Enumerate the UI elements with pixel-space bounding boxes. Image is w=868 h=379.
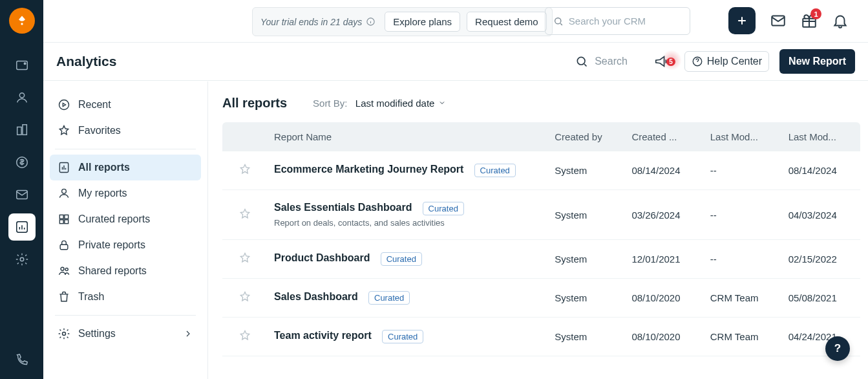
table-row[interactable]: Sales Essentials Dashboard Curated Repor… — [222, 190, 860, 240]
curated-tag: Curated — [423, 202, 464, 215]
curated-tag: Curated — [474, 164, 516, 177]
row-star[interactable] — [222, 279, 268, 318]
sidebar-item-label: Private reports — [78, 239, 145, 251]
help-center-button[interactable]: Help Center — [684, 51, 769, 72]
trial-text-label: Your trial ends in 21 days — [260, 17, 362, 27]
table-row[interactable]: Sales Dashboard Curated System 08/10/202… — [222, 279, 860, 318]
star-icon — [238, 290, 251, 303]
row-created-by: System — [548, 151, 625, 190]
sidebar-shared-reports[interactable]: Shared reports — [50, 258, 201, 284]
sort-value[interactable]: Last modified date — [355, 98, 447, 109]
svg-point-18 — [62, 189, 67, 193]
new-report-button[interactable]: New Report — [779, 49, 855, 74]
rail-accounts[interactable] — [8, 116, 36, 144]
report-icon — [58, 161, 70, 174]
row-modified-by: -- — [704, 240, 782, 279]
curated-tag: Curated — [381, 252, 422, 266]
sort-by[interactable]: Sort By: Last modified date — [313, 98, 446, 109]
search-icon — [553, 16, 564, 27]
row-modified-on: 08/14/2024 — [782, 151, 860, 190]
svg-rect-23 — [60, 244, 68, 250]
sidebar-settings[interactable]: Settings — [50, 321, 201, 347]
svg-rect-5 — [22, 125, 26, 135]
row-name-cell[interactable]: Sales Essentials Dashboard Curated Repor… — [268, 190, 548, 240]
sidebar-all-reports[interactable]: All reports — [50, 155, 201, 180]
trash-icon — [58, 290, 70, 303]
top-notifications[interactable] — [832, 12, 849, 29]
col-created-on[interactable]: Created ... — [625, 122, 703, 151]
rail-mail[interactable] — [8, 181, 36, 208]
rail-dashboard[interactable] — [8, 52, 36, 79]
row-star[interactable] — [222, 318, 268, 356]
col-name[interactable]: Report Name — [268, 122, 548, 151]
row-modified-by: CRM Team — [704, 279, 782, 318]
row-name-cell[interactable]: Ecommerce Marketing Journey Report Curat… — [268, 151, 548, 190]
svg-rect-21 — [59, 220, 63, 224]
sidebar-item-label: Curated reports — [78, 213, 150, 225]
sidebar-curated-reports[interactable]: Curated reports — [50, 206, 201, 232]
report-name: Team activity report — [274, 330, 372, 341]
trial-text: Your trial ends in 21 days — [258, 17, 378, 27]
gift-badge: 1 — [810, 8, 821, 19]
col-modified-by[interactable]: Last Mod... — [704, 122, 782, 151]
sidebar-my-reports[interactable]: My reports — [50, 180, 201, 206]
sidebar-recent[interactable]: Recent — [50, 92, 201, 118]
row-created-on: 03/26/2024 — [625, 190, 703, 240]
col-created-by[interactable]: Created by — [548, 122, 625, 151]
report-desc: Report on deals, contacts, and sales act… — [274, 218, 542, 228]
global-search-input[interactable] — [569, 16, 682, 27]
sidebar-item-label: Recent — [78, 99, 111, 111]
row-star[interactable] — [222, 151, 268, 190]
svg-point-2 — [24, 63, 26, 65]
search-icon — [575, 55, 588, 68]
row-name-cell[interactable]: Team activity report Curated — [268, 318, 548, 356]
question-circle-icon — [692, 56, 703, 67]
leaf-icon — [16, 14, 28, 27]
info-icon[interactable] — [366, 17, 376, 27]
top-gift[interactable]: 1 — [801, 12, 818, 29]
row-modified-on: 05/08/2021 — [782, 279, 860, 318]
app-logo[interactable] — [9, 8, 35, 34]
rail-analytics[interactable] — [8, 213, 36, 241]
sidebar-trash[interactable]: Trash — [50, 284, 201, 310]
svg-rect-19 — [59, 215, 63, 219]
svg-rect-7 — [16, 191, 27, 199]
sidebar-private-reports[interactable]: Private reports — [50, 232, 201, 258]
col-modified-on[interactable]: Last Mod... — [782, 122, 860, 151]
svg-point-0 — [21, 23, 23, 25]
table-row[interactable]: Product Dashboard Curated System 12/01/2… — [222, 240, 860, 279]
sidebar-item-label: Settings — [78, 328, 116, 340]
quick-add-button[interactable] — [728, 7, 756, 34]
row-star[interactable] — [222, 240, 268, 279]
rail-phone[interactable] — [8, 347, 36, 374]
row-name-cell[interactable]: Product Dashboard Curated — [268, 240, 548, 279]
svg-point-9 — [20, 257, 24, 261]
rail-deals[interactable] — [8, 149, 36, 176]
sort-value-label: Last modified date — [355, 98, 435, 109]
rail-contacts[interactable] — [8, 84, 36, 111]
rail-settings[interactable] — [8, 246, 36, 273]
sidebar-item-label: All reports — [78, 162, 130, 173]
table-row[interactable]: Team activity report Curated System 08/1… — [222, 318, 860, 356]
main-content: All reports Sort By: Last modified date … — [208, 81, 860, 379]
chevron-down-icon — [438, 99, 446, 107]
explore-plans-button[interactable]: Explore plans — [385, 12, 460, 32]
page-search-input[interactable] — [595, 56, 640, 67]
table-row[interactable]: Ecommerce Marketing Journey Report Curat… — [222, 151, 860, 190]
announcements[interactable]: 5 — [654, 54, 675, 69]
top-mail[interactable] — [770, 12, 787, 29]
page-search[interactable] — [575, 55, 640, 68]
global-search[interactable] — [545, 7, 690, 35]
page-bar: Analytics 5 Help Center New Report — [43, 42, 868, 81]
sort-label: Sort By: — [313, 98, 347, 109]
row-created-by: System — [548, 318, 625, 356]
announcements-count: 5 — [666, 58, 675, 66]
request-demo-button[interactable]: Request demo — [467, 12, 547, 32]
row-star[interactable] — [222, 190, 268, 240]
row-name-cell[interactable]: Sales Dashboard Curated — [268, 279, 548, 318]
trial-banner: Your trial ends in 21 days Explore plans… — [252, 7, 553, 36]
sidebar-favorites[interactable]: Favorites — [50, 118, 201, 144]
dollar-icon — [15, 155, 29, 169]
table-header: Report Name Created by Created ... Last … — [222, 122, 860, 151]
help-fab[interactable]: ? — [825, 336, 850, 361]
